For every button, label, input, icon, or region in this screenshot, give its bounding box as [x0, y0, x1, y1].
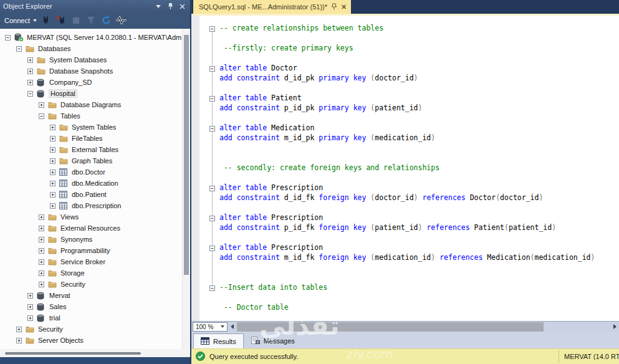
expand-icon[interactable] [50, 158, 55, 164]
expand-icon[interactable] [50, 192, 55, 198]
expand-icon[interactable] [27, 80, 33, 85]
expand-icon[interactable] [39, 259, 44, 265]
scroll-left-arrow[interactable] [228, 322, 236, 332]
expand-icon[interactable] [27, 315, 33, 321]
expand-icon[interactable] [39, 226, 44, 231]
tree-item-dbo-prescription[interactable]: dbo.Prescription [0, 200, 182, 211]
window-position-icon[interactable] [153, 2, 163, 11]
fold-toggle-icon[interactable] [209, 214, 215, 223]
tree-item-programmability[interactable]: Programmability [0, 245, 182, 256]
sql-editor[interactable]: -- create relationships between tables -… [191, 16, 619, 321]
tab-messages[interactable]: Messages [244, 333, 302, 348]
fold-margin [199, 63, 219, 73]
fold-margin [199, 272, 219, 282]
tree-item-database-snapshots[interactable]: Database Snapshots [0, 65, 182, 77]
object-explorer-titlebar[interactable]: Object Explorer [0, 0, 190, 12]
tree-item-filetables[interactable]: FileTables [0, 133, 182, 144]
collapse-icon[interactable] [5, 35, 11, 41]
tree-item-hospital[interactable]: Hospital [0, 88, 182, 99]
tree-item-synonyms[interactable]: Synonyms [0, 234, 182, 245]
expand-icon[interactable] [27, 304, 33, 310]
activity-monitor-icon[interactable] [116, 15, 127, 26]
sql-paren: ( [370, 223, 375, 232]
expand-icon[interactable] [16, 327, 22, 332]
expand-icon[interactable] [50, 181, 55, 186]
expand-icon[interactable] [16, 338, 22, 343]
tree-item-system-tables[interactable]: System Tables [0, 122, 182, 133]
tree-item-dbo-doctor[interactable]: dbo.Doctor [0, 166, 182, 178]
expand-icon[interactable] [50, 170, 55, 175]
expand-icon[interactable] [50, 203, 55, 209]
expand-icon[interactable] [39, 282, 44, 287]
scrollbar-thumb[interactable] [5, 352, 141, 355]
fold-toggle-icon[interactable] [209, 244, 215, 253]
tab-results[interactable]: Results [193, 333, 244, 348]
tree-item-mervat[interactable]: Mervat [0, 290, 182, 301]
expand-icon[interactable] [27, 293, 33, 299]
tree-item-storage[interactable]: Storage [0, 267, 182, 279]
tree-item-server-objects[interactable]: Server Objects [0, 335, 182, 346]
expand-icon[interactable] [39, 102, 44, 108]
document-tab[interactable]: SQLQuery1.sql - ME...Administrator (51))… [193, 0, 351, 14]
tree-item-sales[interactable]: Sales [0, 301, 182, 312]
expand-icon[interactable] [27, 69, 33, 74]
tree-item-label: Graph Tables [72, 157, 112, 165]
expand-icon[interactable] [39, 214, 44, 220]
tree-item-security[interactable]: Security [0, 279, 182, 290]
tree-item-trial[interactable]: trial [0, 312, 182, 323]
fold-toggle-icon[interactable] [209, 125, 215, 133]
expand-icon[interactable] [27, 57, 33, 63]
tree-item-views[interactable]: Views [0, 211, 182, 223]
expand-icon[interactable] [50, 147, 55, 153]
sql-identifier: doctor_id [375, 74, 413, 82]
fold-toggle-icon[interactable] [209, 65, 215, 74]
tree-item-security[interactable]: Security [0, 323, 182, 335]
scrollbar-thumb[interactable] [184, 35, 189, 275]
tree-item-company-sd[interactable]: Company_SD [0, 77, 182, 88]
expand-icon[interactable] [39, 248, 44, 254]
fold-toggle-icon[interactable] [209, 284, 215, 293]
tab-close-icon[interactable]: ✕ [341, 3, 347, 11]
tree-item-dbo-medication[interactable]: dbo.Medication [0, 178, 182, 189]
fold-toggle-icon[interactable] [209, 25, 215, 34]
stop-icon[interactable] [71, 15, 82, 26]
expand-icon[interactable] [39, 237, 44, 242]
tree-item-external-tables[interactable]: External Tables [0, 144, 182, 155]
tree-horizontal-scrollbar[interactable] [0, 349, 190, 357]
expand-icon[interactable] [50, 136, 55, 141]
code-area[interactable]: -- create relationships between tables -… [199, 16, 619, 321]
fold-toggle-icon[interactable] [209, 184, 215, 193]
close-icon[interactable] [177, 2, 187, 11]
expand-icon[interactable] [39, 271, 44, 276]
tab-label: Results [213, 338, 236, 345]
tree-item-databases[interactable]: Databases [0, 43, 182, 54]
collapse-icon[interactable] [16, 46, 22, 52]
disconnect-plug-icon[interactable] [56, 15, 67, 26]
collapse-icon[interactable] [39, 113, 44, 119]
fold-toggle-icon[interactable] [209, 95, 215, 103]
tree-item-tables[interactable]: Tables [0, 110, 182, 122]
tree-vertical-scrollbar[interactable] [182, 29, 190, 349]
refresh-icon[interactable] [101, 15, 112, 26]
connect-button[interactable]: Connect [4, 17, 37, 24]
expand-icon[interactable] [50, 125, 55, 130]
connect-plug-icon[interactable] [41, 15, 52, 26]
scrollbar-thumb[interactable] [237, 322, 544, 332]
tree-item-system-databases[interactable]: System Databases [0, 54, 182, 65]
tree-item-graph-tables[interactable]: Graph Tables [0, 155, 182, 166]
zoom-level-select[interactable]: 100 % [193, 322, 228, 332]
filter-icon[interactable] [86, 15, 97, 26]
editor-horizontal-scrollbar[interactable] [236, 322, 610, 332]
sql-keyword: add constraint [219, 223, 284, 232]
tree-item-external-resources[interactable]: External Resources [0, 223, 182, 234]
collapse-icon[interactable] [27, 91, 33, 97]
tree-item-service-broker[interactable]: Service Broker [0, 256, 182, 267]
scroll-right-arrow[interactable] [610, 322, 619, 332]
sql-paren: ) [539, 193, 543, 202]
table-icon [59, 191, 69, 198]
tree-item-database-diagrams[interactable]: Database Diagrams [0, 99, 182, 110]
pin-icon[interactable] [165, 2, 175, 11]
tree-item-dbo-patient[interactable]: dbo.Patient [0, 189, 182, 200]
tab-pin-icon[interactable] [332, 3, 337, 11]
tree-item-mervat-sql-server-14-0-2080-1-[interactable]: MERVAT (SQL Server 14.0.2080.1 - MERVAT\… [0, 32, 182, 43]
